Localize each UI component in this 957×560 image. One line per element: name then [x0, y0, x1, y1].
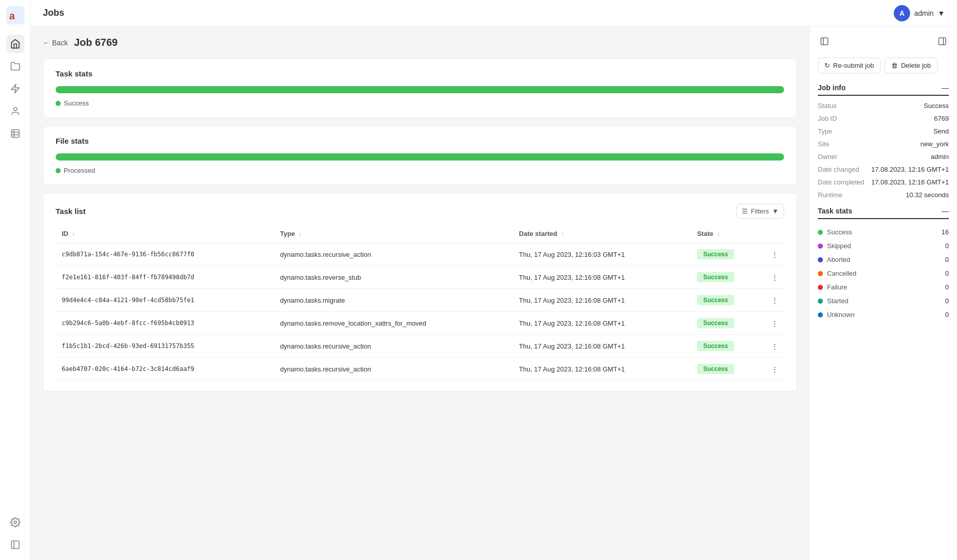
- svg-rect-13: [939, 38, 946, 45]
- col-type[interactable]: Type ↕: [274, 225, 513, 243]
- collapse-icon[interactable]: —: [942, 84, 949, 92]
- svg-rect-9: [11, 541, 19, 549]
- sidebar-item-folder[interactable]: [6, 57, 24, 75]
- file-stats-card: File stats Processed: [43, 126, 797, 185]
- cell-state: Success: [691, 312, 765, 335]
- stat-label: Started: [818, 297, 848, 305]
- file-stats-title: File stats: [56, 137, 784, 145]
- stat-dot: [818, 312, 823, 317]
- back-button[interactable]: ← Back: [43, 39, 68, 47]
- stat-dot: [818, 285, 823, 290]
- cell-type: dynamo.tasks.recursive_action: [274, 243, 513, 266]
- cell-id: f1b5c1b1-2bcd-426b-93ed-69131757b355: [56, 335, 274, 358]
- sidebar-item-collapse[interactable]: [6, 536, 24, 554]
- task-stats-legend-success: Success: [56, 99, 784, 107]
- more-options-button[interactable]: ⋮: [765, 312, 784, 335]
- header: Jobs A admin ▼: [31, 0, 957, 26]
- stat-name: Success: [827, 228, 852, 236]
- list-item: Failure 0: [818, 280, 949, 294]
- stat-dot: [818, 271, 823, 276]
- svg-point-8: [14, 521, 16, 524]
- success-dot: [56, 101, 61, 106]
- filters-button[interactable]: ☰ Filters ▼: [736, 204, 784, 219]
- task-stats-section-header: Task stats —: [818, 207, 949, 219]
- info-value: admin: [931, 153, 949, 161]
- success-label: Success: [64, 99, 89, 107]
- more-options-button[interactable]: ⋮: [765, 358, 784, 381]
- job-info-row: Type Send: [818, 127, 949, 135]
- stat-dot: [818, 244, 823, 249]
- chevron-down-icon: ▼: [772, 207, 779, 215]
- stat-name: Unknown: [827, 311, 855, 318]
- stat-count: 0: [945, 283, 949, 291]
- stat-count: 0: [945, 270, 949, 277]
- info-value: 6769: [934, 115, 949, 122]
- stat-name: Cancelled: [827, 270, 857, 277]
- more-options-button[interactable]: ⋮: [765, 335, 784, 358]
- stat-label: Skipped: [818, 242, 851, 250]
- sidebar-item-table[interactable]: [6, 124, 24, 143]
- stat-dot: [818, 257, 823, 262]
- page-content: ← Back Job 6769 Task stats Success File …: [31, 26, 809, 560]
- svg-rect-11: [821, 38, 828, 45]
- sidebar-item-settings[interactable]: [6, 513, 24, 531]
- task-stats-collapse-icon[interactable]: —: [942, 207, 949, 215]
- list-item: Unknown 0: [818, 308, 949, 322]
- task-list-card: Task list ☰ Filters ▼ ID ↕ Type ↕ Date s…: [43, 193, 797, 391]
- more-options-button[interactable]: ⋮: [765, 243, 784, 266]
- table-row: c9b294c6-5a0b-4ebf-8fcc-f695b4cb0913 dyn…: [56, 312, 784, 335]
- info-label: Owner: [818, 153, 837, 161]
- more-options-button[interactable]: ⋮: [765, 266, 784, 289]
- info-label: Date changed: [818, 166, 859, 173]
- panel-collapse-icon[interactable]: [936, 35, 949, 49]
- job-info-row: Date changed 17.08.2023, 12:16 GMT+1: [818, 166, 949, 173]
- sidebar-item-users[interactable]: [6, 102, 24, 120]
- sidebar: a: [0, 0, 31, 560]
- table-row: 99d4e4c4-c84a-4121-90ef-4cd58bb75fe1 dyn…: [56, 289, 784, 312]
- job-info-row: Date completed 17.08.2023, 12:16 GMT+1: [818, 178, 949, 186]
- cell-state: Success: [691, 266, 765, 289]
- col-date-started[interactable]: Date started ↑: [513, 225, 691, 243]
- stat-count: 0: [945, 242, 949, 250]
- info-label: Job ID: [818, 115, 837, 122]
- stat-name: Failure: [827, 283, 847, 291]
- list-item: Cancelled 0: [818, 266, 949, 280]
- cell-type: dynamo.tasks.migrate: [274, 289, 513, 312]
- user-menu[interactable]: A admin ▼: [894, 5, 945, 21]
- table-row: f1b5c1b1-2bcd-426b-93ed-69131757b355 dyn…: [56, 335, 784, 358]
- job-info-row: Runtime 10.32 seconds: [818, 191, 949, 199]
- task-progress-bar: [56, 86, 784, 93]
- stat-label: Cancelled: [818, 270, 857, 277]
- sidebar-item-lightning[interactable]: [6, 79, 24, 98]
- more-options-button[interactable]: ⋮: [765, 289, 784, 312]
- info-value: Success: [924, 102, 949, 110]
- col-state[interactable]: State ↕: [691, 225, 765, 243]
- cell-type: dynamo.tasks.recursive_action: [274, 358, 513, 381]
- cell-date-started: Thu, 17 Aug 2023, 12:16:03 GMT+1: [513, 243, 691, 266]
- job-info-title: Job info: [818, 84, 845, 92]
- cell-id: 6aeb4707-020c-4164-b72c-3c814cd6aaf9: [56, 358, 274, 381]
- resubmit-job-button[interactable]: ↻ Re-submit job: [818, 58, 881, 73]
- col-id[interactable]: ID ↕: [56, 225, 274, 243]
- sidebar-item-home[interactable]: [6, 35, 24, 53]
- stat-dot: [818, 230, 823, 235]
- cell-type: dynamo.tasks.reverse_stub: [274, 266, 513, 289]
- processed-label: Processed: [64, 167, 95, 174]
- back-label: Back: [52, 39, 68, 47]
- page-title: Jobs: [43, 8, 64, 18]
- list-item: Aborted 0: [818, 253, 949, 266]
- task-stats-title: Task stats: [56, 69, 784, 78]
- processed-dot: [56, 168, 61, 173]
- info-value: Send: [934, 127, 949, 135]
- panel-toolbar: [818, 35, 949, 49]
- panel-expand-icon[interactable]: [818, 35, 831, 49]
- delete-job-button[interactable]: 🗑 Delete job: [885, 58, 938, 73]
- username: admin: [914, 9, 934, 17]
- stat-count: 0: [945, 311, 949, 318]
- job-info-row: Status Success: [818, 102, 949, 110]
- stat-count: 0: [945, 297, 949, 305]
- arrow-left-icon: ←: [43, 39, 50, 47]
- cell-id: c9b294c6-5a0b-4ebf-8fcc-f695b4cb0913: [56, 312, 274, 335]
- svg-point-3: [13, 108, 17, 111]
- col-more: [765, 225, 784, 243]
